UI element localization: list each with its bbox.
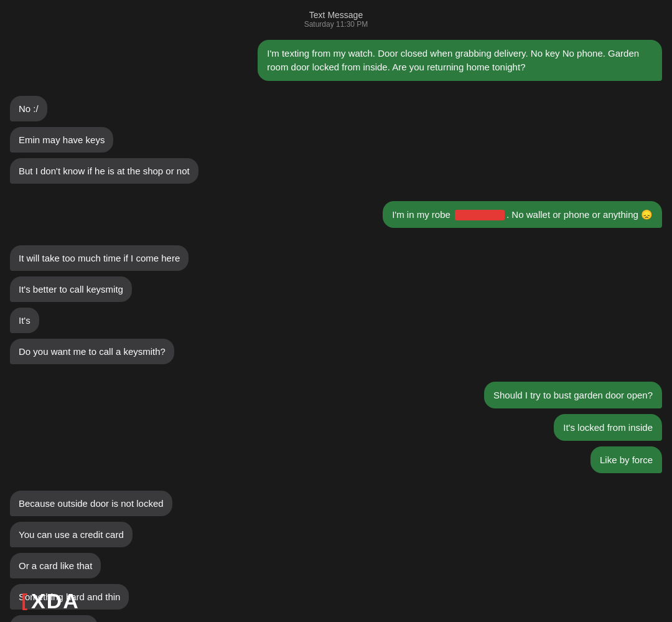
- message-8: It's: [10, 308, 662, 333]
- xda-logo: [ XDA: [19, 589, 80, 613]
- message-1: I'm texting from my watch. Door closed w…: [10, 40, 662, 81]
- message-16: Something hard and thin: [10, 584, 662, 610]
- message-17: To open the door: [10, 615, 662, 622]
- xda-bracket-icon: [: [19, 592, 30, 611]
- message-3: Emin may have keys: [10, 127, 662, 153]
- header-title: Text Message: [0, 10, 672, 20]
- message-12: Like by force: [10, 446, 662, 473]
- message-15: Or a card like that: [10, 553, 662, 578]
- message-5: I'm in my robe . No wallet or phone or a…: [10, 201, 662, 229]
- message-4: But I don't know if he is at the shop or…: [10, 158, 662, 184]
- bubble-sent: I'm texting from my watch. Door closed w…: [258, 40, 662, 81]
- message-2: No :/: [10, 96, 662, 121]
- message-7: It's better to call keysmitg: [10, 276, 662, 302]
- redacted-text: [455, 210, 505, 220]
- message-6: It will take too much time if I come her…: [10, 245, 662, 271]
- message-9: Do you want me to call a keysmith?: [10, 339, 662, 364]
- header: Text Message Saturday 11:30 PM: [0, 0, 672, 35]
- message-10: Should I try to bust garden door open?: [10, 382, 662, 408]
- message-13: Because outside door is not locked: [10, 491, 662, 516]
- xda-text: XDA: [31, 589, 80, 613]
- header-subtitle: Saturday 11:30 PM: [0, 20, 672, 29]
- message-11: It's locked from inside: [10, 414, 662, 441]
- messages-container: I'm texting from my watch. Door closed w…: [0, 35, 672, 622]
- message-14: You can use a credit card: [10, 522, 662, 547]
